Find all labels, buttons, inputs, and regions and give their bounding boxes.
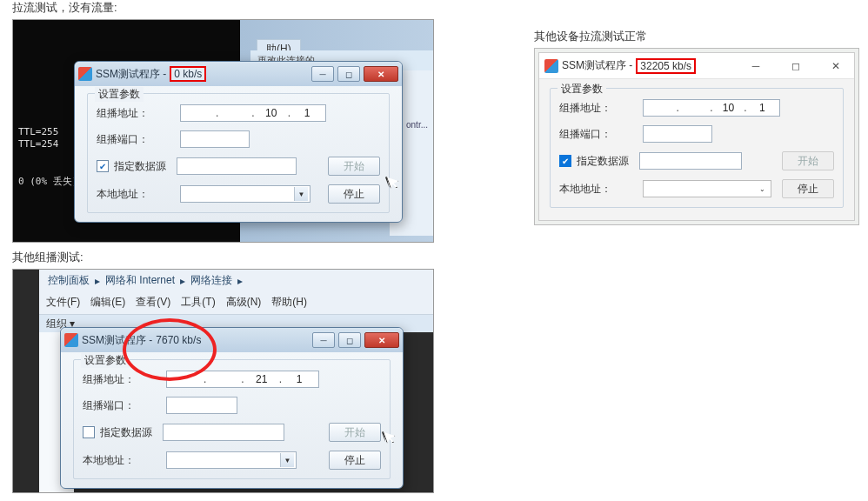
- source-addr-input[interactable]: [163, 424, 284, 441]
- multicast-addr-input[interactable]: . . 10. 1: [180, 104, 326, 122]
- ssm-window-b: SSM测试程序 - 32205 kb/s ─ ◻ ✕ 设置参数 组播地址： . …: [538, 52, 855, 221]
- app-icon: [544, 59, 558, 73]
- window-title: SSM测试程序 -: [82, 333, 152, 348]
- window-title: SSM测试程序 -: [562, 58, 632, 73]
- fieldset-legend: 设置参数: [558, 82, 606, 97]
- close-button[interactable]: ✕: [364, 332, 399, 348]
- breadcrumb-item[interactable]: 网络连接: [190, 273, 232, 288]
- panel-c-background: 控制面板 ▸ 网络和 Internet ▸ 网络连接 ▸ 文件(F) 编辑(E)…: [12, 269, 434, 493]
- cmd-loss: 0 (0% 丢失): [18, 175, 77, 188]
- start-button[interactable]: 开始: [782, 151, 834, 170]
- minimize-button[interactable]: ─: [312, 332, 335, 348]
- settings-fieldset: 设置参数 组播地址： . . 10. 1 组播端口：: [550, 88, 844, 208]
- label-local-addr: 本地地址：: [83, 453, 161, 468]
- stop-button[interactable]: 停止: [782, 179, 834, 198]
- label-local-addr: 本地地址：: [97, 187, 175, 202]
- caption-b: 其他设备拉流测试正常: [534, 29, 865, 44]
- maximize-button[interactable]: ◻: [337, 66, 360, 82]
- label-specify-source: 指定数据源: [577, 154, 629, 169]
- cmd-ttl1: TTL=255: [18, 126, 58, 137]
- label-multicast-port: 组播端口：: [83, 398, 161, 413]
- close-button[interactable]: ✕: [364, 66, 398, 82]
- explorer-menubar: 文件(F) 编辑(E) 查看(V) 工具(T) 高级(N) 帮助(H): [39, 291, 434, 313]
- rate-readout: 32205 kb/s: [636, 58, 696, 74]
- local-addr-combo[interactable]: ▼: [180, 185, 310, 203]
- panel-other-multicast: 其他组播测试: 控制面板 ▸ 网络和 Internet ▸ 网络连接 ▸ 文件(…: [12, 250, 434, 493]
- cmd-ttl2: TTL=254: [18, 138, 58, 150]
- panel-a-background: TTL=255 TTL=254 0 (0% 丢失) 助(H) 更改此连接的 无 …: [12, 19, 434, 243]
- menu-edit[interactable]: 编辑(E): [90, 295, 125, 310]
- multicast-port-input[interactable]: [166, 397, 237, 414]
- breadcrumb[interactable]: 控制面板 ▸ 网络和 Internet ▸ 网络连接 ▸: [39, 270, 434, 291]
- app-icon: [64, 333, 78, 347]
- panel-b-background: SSM测试程序 - 32205 kb/s ─ ◻ ✕ 设置参数 组播地址： . …: [534, 48, 859, 225]
- label-multicast-addr: 组播地址：: [559, 101, 638, 116]
- ssm-window-a: SSM测试程序 - 0 kb/s ─ ◻ ✕ 设置参数 组播地址： . . 10…: [74, 61, 403, 223]
- label-multicast-port: 组播端口：: [559, 127, 638, 142]
- label-local-addr: 本地地址：: [559, 182, 638, 197]
- specify-source-checkbox[interactable]: [97, 160, 109, 172]
- menu-help[interactable]: 帮助(H): [271, 295, 307, 310]
- panel-no-traffic: 拉流测试，没有流量: TTL=255 TTL=254 0 (0% 丢失) 助(H…: [12, 0, 438, 243]
- titlebar[interactable]: SSM测试程序 - 0 kb/s ─ ◻ ✕: [75, 62, 402, 86]
- menu-view[interactable]: 查看(V): [136, 295, 170, 310]
- multicast-port-input[interactable]: [643, 125, 712, 143]
- specify-source-checkbox[interactable]: [83, 426, 95, 438]
- chevron-down-icon: ▼: [294, 187, 308, 201]
- menu-tools[interactable]: 工具(T): [181, 295, 215, 310]
- settings-fieldset: 设置参数 组播地址： . . 10. 1 组播端口：: [87, 93, 390, 213]
- start-button[interactable]: 开始: [329, 423, 381, 442]
- chevron-down-icon: ▼: [280, 453, 294, 467]
- rate-readout: 7670 kb/s: [156, 334, 201, 346]
- stop-button[interactable]: 停止: [328, 184, 380, 204]
- start-button[interactable]: 开始: [328, 157, 380, 176]
- panel-other-device: 其他设备拉流测试正常 SSM测试程序 - 32205 kb/s ─ ◻ ✕ 设置…: [534, 29, 865, 225]
- source-addr-input[interactable]: [639, 152, 742, 170]
- multicast-port-input[interactable]: [180, 130, 250, 148]
- label-specify-source: 指定数据源: [100, 425, 152, 440]
- bg-ontr: ontr...: [406, 120, 428, 130]
- ssm-window-c: SSM测试程序 - 7670 kb/s ─ ◻ ✕ 设置参数 组播地址： . .…: [60, 327, 404, 489]
- local-addr-combo[interactable]: ▼: [166, 451, 297, 469]
- fieldset-legend: 设置参数: [95, 87, 144, 102]
- local-addr-combo[interactable]: ⌄: [643, 180, 771, 197]
- titlebar[interactable]: SSM测试程序 - 32205 kb/s ─ ◻ ✕: [539, 53, 854, 79]
- source-addr-input[interactable]: [177, 157, 297, 175]
- minimize-button[interactable]: ─: [311, 66, 334, 82]
- label-multicast-addr: 组播地址：: [97, 106, 175, 121]
- fieldset-legend: 设置参数: [81, 353, 130, 368]
- stop-button[interactable]: 停止: [329, 451, 381, 470]
- app-icon: [78, 67, 92, 81]
- label-multicast-addr: 组播地址：: [83, 372, 161, 387]
- caption-a: 拉流测试，没有流量:: [12, 0, 438, 16]
- maximize-button[interactable]: ◻: [778, 54, 814, 78]
- maximize-button[interactable]: ◻: [338, 332, 361, 348]
- settings-fieldset: 设置参数 组播地址： . . 21. 1 组播端口：: [73, 359, 391, 479]
- window-title: SSM测试程序 -: [96, 67, 166, 82]
- caption-c: 其他组播测试:: [12, 250, 434, 265]
- menu-advanced[interactable]: 高级(N): [226, 295, 262, 310]
- label-multicast-port: 组播端口：: [97, 132, 175, 147]
- rate-readout: 0 kb/s: [170, 66, 206, 82]
- close-button[interactable]: ✕: [818, 54, 854, 78]
- multicast-addr-input[interactable]: . . 21. 1: [166, 371, 319, 388]
- menu-file[interactable]: 文件(F): [46, 295, 80, 310]
- specify-source-checkbox[interactable]: [559, 155, 571, 167]
- explorer-header: 控制面板 ▸ 网络和 Internet ▸ 网络连接 ▸ 文件(F) 编辑(E)…: [39, 270, 434, 315]
- minimize-button[interactable]: ─: [738, 54, 774, 78]
- label-specify-source: 指定数据源: [114, 159, 166, 174]
- chevron-down-icon: ⌄: [755, 182, 769, 196]
- titlebar[interactable]: SSM测试程序 - 7670 kb/s ─ ◻ ✕: [61, 328, 403, 352]
- breadcrumb-item[interactable]: 控制面板: [48, 273, 90, 288]
- breadcrumb-item[interactable]: 网络和 Internet: [105, 273, 175, 288]
- multicast-addr-input[interactable]: . . 10. 1: [643, 99, 780, 117]
